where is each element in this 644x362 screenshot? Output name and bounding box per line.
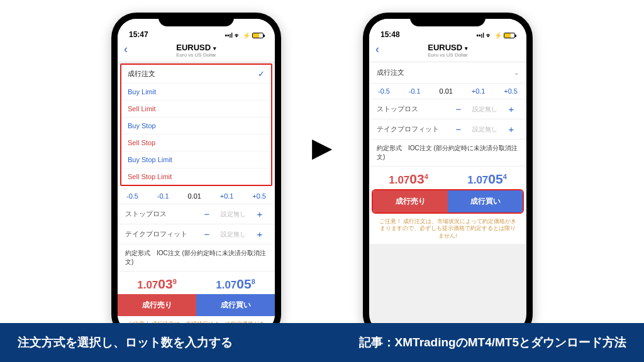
chevron-down-icon: ▾ — [465, 45, 468, 52]
symbol-selector[interactable]: EURUSD ▾ — [374, 43, 521, 52]
notch — [410, 13, 486, 26]
lot-stepper: -0.5 -0.1 0.01 +0.1 +0.5 — [118, 189, 275, 204]
phone-left: 15:47 ••ıl ᯤ ⚡ ‹ EURUSD ▾ Euro vs US Dol… — [111, 13, 281, 339]
clock: 15:47 — [129, 30, 148, 39]
signal-icon: ••ıl — [225, 32, 233, 39]
plus-icon[interactable]: + — [504, 104, 519, 114]
notch — [158, 13, 234, 26]
wifi-icon: ᯤ — [486, 32, 492, 39]
step-minus-01[interactable]: -0.1 — [157, 192, 169, 200]
back-icon[interactable]: ‹ — [124, 43, 128, 56]
sell-button[interactable]: 成行売り — [373, 190, 448, 212]
screen-left: 15:47 ••ıl ᯤ ⚡ ‹ EURUSD ▾ Euro vs US Dol… — [118, 19, 275, 333]
signal-icon: ••ıl — [476, 32, 484, 39]
plus-icon[interactable]: + — [252, 209, 267, 219]
stoploss-value[interactable]: 設定無し — [466, 105, 504, 114]
header: ‹ EURUSD ▾ Euro vs US Dollar — [369, 40, 526, 62]
step-minus-05[interactable]: -0.5 — [378, 87, 390, 95]
arrow-right-icon: ▶ — [312, 132, 332, 163]
caption-left: 注文方式を選択し、ロット数を入力する — [18, 334, 233, 351]
wifi-icon: ᯤ — [235, 32, 241, 39]
plus-icon[interactable]: + — [504, 124, 519, 134]
bid-price: 1.07039 — [118, 272, 196, 294]
order-option-buy-stop-limit[interactable]: Buy Stop Limit — [121, 151, 271, 168]
clock: 15:48 — [380, 30, 400, 39]
battery-icon — [504, 33, 515, 38]
minus-icon[interactable]: − — [199, 229, 214, 239]
check-icon: ✓ — [258, 69, 265, 79]
takeprofit-field: テイクプロフィット − 設定無し + — [118, 224, 275, 244]
step-plus-05[interactable]: +0.5 — [504, 87, 518, 95]
order-option-sell-stop[interactable]: Sell Stop — [121, 134, 271, 151]
symbol-selector[interactable]: EURUSD ▾ — [123, 43, 270, 52]
order-option-sell-limit[interactable]: Sell Limit — [121, 101, 271, 118]
buy-button[interactable]: 成行買い — [448, 190, 523, 212]
symbol-subtitle: Euro vs US Dollar — [123, 52, 270, 58]
lot-value[interactable]: 0.01 — [188, 192, 201, 200]
header: ‹ EURUSD ▾ Euro vs US Dollar — [118, 40, 275, 62]
stoploss-field: ストップロス − 設定無し + — [369, 99, 526, 119]
option-label: 成行注文 — [128, 69, 155, 79]
step-minus-05[interactable]: -0.5 — [126, 192, 138, 200]
stoploss-label: ストップロス — [377, 104, 451, 114]
price-row: 1.07034 1.07054 — [369, 167, 526, 189]
order-buttons-highlighted: 成行売り 成行買い — [372, 189, 524, 214]
caption-bar: 注文方式を選択し、ロット数を入力する 記事：XMTradingのMT4/MT5と… — [0, 323, 644, 362]
takeprofit-value[interactable]: 設定無し — [214, 230, 252, 239]
selected-order-type: 成行注文 — [377, 68, 404, 77]
order-type-dropdown-closed[interactable]: 成行注文 ⌄ — [369, 62, 526, 84]
step-plus-01[interactable]: +0.1 — [220, 192, 234, 200]
lot-stepper: -0.5 -0.1 0.01 +0.1 +0.5 — [369, 84, 526, 99]
symbol-text: EURUSD — [428, 43, 462, 52]
status-icons: ••ıl ᯤ ⚡ — [225, 32, 264, 39]
price-row: 1.07039 1.07058 — [118, 272, 275, 294]
takeprofit-value[interactable]: 設定無し — [466, 125, 504, 134]
step-minus-01[interactable]: -0.1 — [409, 87, 421, 95]
order-buttons: 成行売り 成行買い — [118, 294, 275, 316]
battery-icon — [252, 33, 264, 38]
order-option-market[interactable]: 成行注文 ✓ — [121, 65, 271, 84]
step-plus-01[interactable]: +0.1 — [472, 87, 486, 95]
ask-price: 1.07058 — [196, 272, 275, 294]
minus-icon[interactable]: − — [451, 104, 466, 114]
chevron-down-icon: ▾ — [213, 45, 216, 52]
symbol-subtitle: Euro vs US Dollar — [374, 52, 521, 58]
warning-text: ご注意！ 成行注文は、市場状況によって約定価格がきまりますので、必ずしも提示価格… — [369, 214, 526, 244]
takeprofit-label: テイクプロフィット — [377, 124, 451, 134]
back-icon[interactable]: ‹ — [375, 43, 379, 56]
buy-button[interactable]: 成行買い — [196, 294, 275, 316]
charge-icon: ⚡ — [243, 32, 250, 39]
charge-icon: ⚡ — [494, 32, 502, 39]
takeprofit-field: テイクプロフィット − 設定無し + — [369, 119, 526, 140]
plus-icon[interactable]: + — [252, 229, 267, 239]
status-icons: ••ıl ᯤ ⚡ — [476, 32, 515, 39]
takeprofit-label: テイクプロフィット — [125, 229, 199, 239]
stoploss-label: ストップロス — [125, 209, 199, 219]
minus-icon[interactable]: − — [199, 209, 214, 219]
fill-policy-row[interactable]: 約定形式 IOC注文 (部分約定時に未決済分取消注文) — [118, 244, 275, 272]
order-option-buy-stop[interactable]: Buy Stop — [121, 118, 271, 134]
fill-policy-row[interactable]: 約定形式 IOC注文 (部分約定時に未決済分取消注文) — [369, 140, 526, 167]
order-option-sell-stop-limit[interactable]: Sell Stop Limit — [121, 168, 271, 185]
screen-right: 15:48 ••ıl ᯤ ⚡ ‹ EURUSD ▾ Euro vs US Dol… — [369, 19, 526, 333]
ask-price: 1.07054 — [448, 167, 526, 189]
phone-right: 15:48 ••ıl ᯤ ⚡ ‹ EURUSD ▾ Euro vs US Dol… — [363, 13, 533, 339]
bid-price: 1.07034 — [369, 167, 448, 189]
lot-value[interactable]: 0.01 — [440, 87, 453, 95]
step-plus-05[interactable]: +0.5 — [252, 192, 266, 200]
sell-button[interactable]: 成行売り — [118, 294, 196, 316]
minus-icon[interactable]: − — [451, 124, 466, 134]
order-option-buy-limit[interactable]: Buy Limit — [121, 84, 271, 101]
stoploss-value[interactable]: 設定無し — [214, 210, 252, 219]
symbol-text: EURUSD — [176, 43, 211, 52]
order-type-dropdown-open: 成行注文 ✓ Buy Limit Sell Limit Buy Stop Sel… — [120, 63, 272, 186]
caption-right: 記事：XMTradingのMT4/MT5とダウンロード方法 — [359, 334, 626, 351]
chevron-down-icon: ⌄ — [514, 69, 519, 76]
stoploss-field: ストップロス − 設定無し + — [118, 204, 275, 224]
